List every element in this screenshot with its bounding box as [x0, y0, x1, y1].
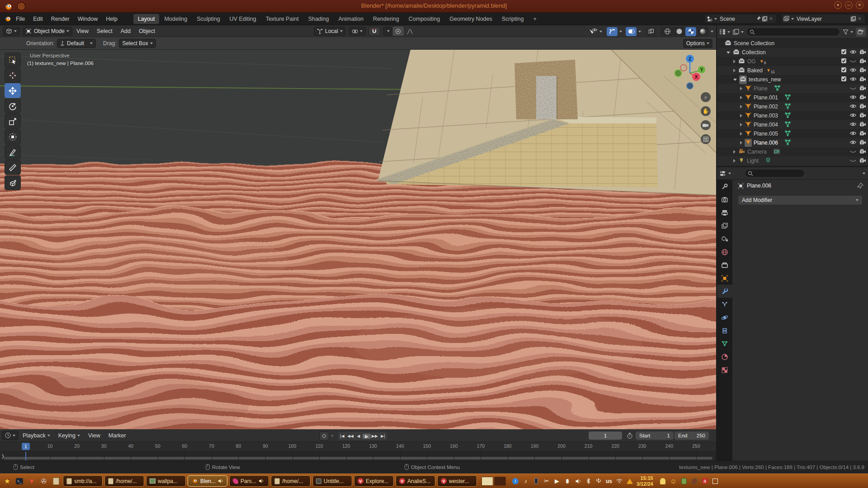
editor-type-button[interactable] — [3, 27, 20, 36]
pan-hand-icon[interactable]: ✋ — [701, 106, 711, 116]
hide-eye-open-icon[interactable] — [849, 67, 857, 74]
menu-window[interactable]: Window — [74, 14, 102, 24]
shading-wireframe-button[interactable] — [662, 27, 673, 36]
calculator-tray-icon[interactable] — [681, 478, 687, 484]
taskbar-window--home-[interactable]: /home/... — [271, 475, 311, 487]
expand-closed-icon[interactable] — [733, 159, 736, 163]
drag-dropdown[interactable]: Select Box — [119, 39, 156, 48]
render-visibility-icon[interactable] — [859, 149, 866, 155]
taskbar-window-blen-[interactable]: Blen... — [188, 475, 227, 487]
timeline-expand-chevron[interactable]: ❯ — [1, 454, 5, 459]
render-visibility-icon[interactable] — [859, 122, 866, 128]
tab-scene-properties[interactable] — [717, 232, 732, 245]
new-collection-button[interactable] — [856, 28, 866, 37]
tab-data-properties[interactable] — [717, 337, 732, 350]
taskbar-window-analies-[interactable]: VAnalieS... — [396, 475, 435, 487]
jump-to-end-button[interactable]: ▶| — [379, 434, 387, 438]
snapping-dropdown[interactable] — [383, 27, 392, 36]
taskbar-window-pars-[interactable]: Pars... — [229, 475, 269, 487]
add-cube-tool[interactable] — [5, 175, 21, 190]
pin-id-icon[interactable] — [857, 183, 863, 189]
expand-closed-icon[interactable] — [733, 60, 736, 63]
info-tray-icon[interactable]: i — [512, 478, 519, 484]
file-cabinet-launcher-icon[interactable] — [51, 476, 61, 486]
tab-scripting[interactable]: Scripting — [497, 14, 528, 24]
microphone-tray-icon[interactable] — [564, 479, 571, 483]
terminal-launcher-icon[interactable]: >_ — [14, 476, 24, 486]
timeline-ruler[interactable]: 1020304050607080901001101201301401501601… — [0, 442, 716, 452]
auto-keying-toggle[interactable] — [319, 432, 329, 441]
workspace-2[interactable] — [494, 477, 506, 486]
outliner-display-mode-button[interactable] — [733, 29, 744, 35]
tab-geometry-nodes[interactable]: Geometry Nodes — [445, 14, 496, 24]
outliner-row-plane-006[interactable]: Plane.006 — [717, 138, 868, 147]
frame-end-field[interactable]: End250 — [675, 432, 709, 440]
add-workspace-button[interactable]: + — [528, 14, 541, 24]
render-visibility-icon[interactable] — [859, 67, 866, 74]
timeline-menu-keying[interactable]: Keying — [54, 432, 84, 439]
expand-closed-icon[interactable] — [740, 141, 742, 145]
render-visibility-icon[interactable] — [859, 103, 866, 110]
media-play-tray-icon[interactable]: ▶ — [554, 478, 560, 484]
outliner-row-camera[interactable]: Camera — [717, 147, 868, 156]
tab-sculpting[interactable]: Sculpting — [192, 14, 224, 24]
window-menu-button[interactable]: ▾ — [834, 1, 842, 9]
show-overlays-toggle[interactable] — [626, 27, 637, 36]
taskbar-window-untitle-[interactable]: Untitle... — [312, 475, 352, 487]
new-viewlayer-icon[interactable] — [850, 16, 856, 22]
transform-orientation-dropdown[interactable]: Local — [314, 27, 346, 36]
tab-material-properties[interactable] — [717, 350, 732, 363]
tab-uv-editing[interactable]: UV Editing — [225, 14, 261, 24]
tab-object-properties[interactable] — [717, 272, 732, 285]
viewport-menu-object[interactable]: Object — [135, 28, 159, 34]
render-visibility-icon[interactable] — [859, 131, 866, 137]
viewlayer-selector[interactable]: ViewLayer ✕ — [781, 14, 865, 23]
select-box-tool[interactable] — [5, 52, 21, 67]
outliner-row-plane[interactable]: Plane — [717, 84, 868, 93]
taskbar-window--home-[interactable]: /home/... — [104, 475, 144, 487]
tab-render-properties[interactable] — [717, 193, 732, 206]
show-gizmo-toggle[interactable] — [607, 27, 618, 36]
close-button[interactable]: ✕ — [856, 1, 863, 9]
jump-to-start-button[interactable]: |◀ — [338, 434, 346, 438]
menu-edit[interactable]: Edit — [29, 14, 47, 24]
hide-eye-closed-icon[interactable] — [849, 149, 857, 155]
expand-closed-icon[interactable] — [740, 132, 742, 136]
rotate-tool[interactable] — [5, 99, 21, 113]
expand-open-icon[interactable] — [733, 79, 737, 81]
xray-toggle[interactable] — [646, 27, 656, 36]
expand-closed-icon[interactable] — [740, 114, 742, 117]
tab-modifiers-properties[interactable] — [717, 285, 732, 298]
lamp-tray-icon[interactable] — [660, 478, 666, 484]
proportional-falloff-dropdown[interactable] — [405, 27, 415, 36]
timeline-scrollbar[interactable] — [4, 457, 712, 460]
tab-texture-properties[interactable] — [717, 363, 732, 376]
outliner-row-textures-new[interactable]: textures_new — [717, 75, 868, 84]
tab-compositing[interactable]: Compositing — [404, 14, 444, 24]
workspace-pager[interactable] — [481, 477, 506, 486]
pivot-point-dropdown[interactable] — [349, 27, 366, 36]
proportional-editing-toggle[interactable] — [393, 27, 404, 36]
hide-eye-open-icon[interactable] — [849, 103, 857, 110]
smiley-tray-icon[interactable]: ☺ — [670, 477, 677, 485]
tab-texture-paint[interactable]: Texture Paint — [261, 14, 303, 24]
play-button[interactable]: ▶ — [363, 434, 371, 439]
current-frame-field[interactable]: 1 — [589, 432, 622, 440]
tool-orientation-dropdown[interactable]: Default — [57, 39, 96, 48]
hide-eye-open-icon[interactable] — [849, 49, 857, 56]
tab-view-layer-properties[interactable] — [717, 219, 732, 232]
options-button[interactable]: Options — [683, 39, 712, 48]
expand-closed-icon[interactable] — [740, 96, 742, 99]
3d-viewport[interactable]: User Perspective (1) textures_new | Plan… — [0, 50, 716, 429]
viewport-menu-view[interactable]: View — [72, 28, 93, 34]
mode-dropdown[interactable]: Object Mode — [23, 27, 72, 36]
add-modifier-button[interactable]: Add Modifier — [738, 195, 863, 205]
next-keyframe-button[interactable]: ▶▶ — [371, 434, 379, 438]
properties-search-input[interactable] — [745, 169, 805, 178]
taskbar-window-explore-[interactable]: VExplore... — [354, 475, 394, 487]
play-reverse-button[interactable]: ◀ — [354, 434, 363, 438]
navigation-gizmo[interactable]: Z Y X — [668, 53, 706, 91]
amazon-tray-icon[interactable]: a — [702, 478, 708, 484]
properties-editor-type-button[interactable] — [720, 170, 731, 177]
blender-logo-icon[interactable] — [4, 15, 12, 23]
